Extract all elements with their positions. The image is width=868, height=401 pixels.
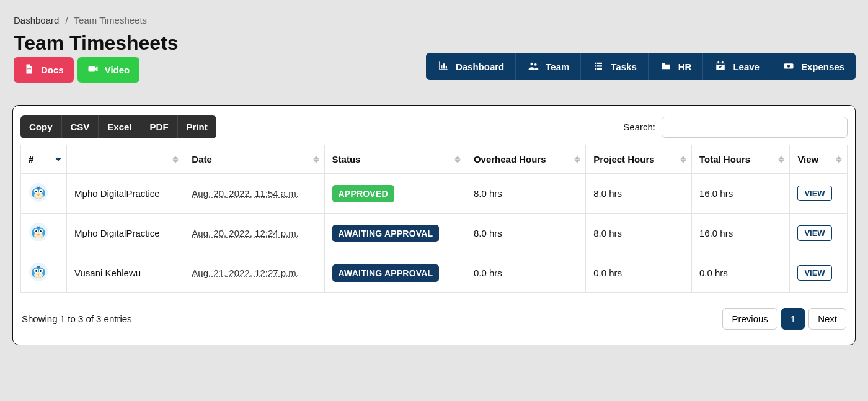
- svg-rect-10: [597, 62, 602, 63]
- svg-point-41: [40, 270, 42, 272]
- svg-point-27: [40, 191, 42, 192]
- table-row: Mpho DigitalPracticeAug. 20, 2022, 11:54…: [21, 174, 848, 214]
- sort-icon: [680, 156, 686, 163]
- cell-overhead: 0.0 hrs: [466, 253, 585, 293]
- list-icon: [592, 60, 604, 73]
- nav-label: Expenses: [801, 61, 844, 72]
- svg-point-8: [534, 63, 537, 65]
- nav-team[interactable]: Team: [516, 53, 581, 80]
- svg-rect-2: [27, 71, 30, 71]
- document-icon: [24, 63, 35, 76]
- copy-button[interactable]: Copy: [20, 115, 62, 138]
- cell-total: 0.0 hrs: [691, 253, 789, 293]
- cell-total: 16.0 hrs: [691, 214, 789, 253]
- nav-tasks[interactable]: Tasks: [581, 53, 648, 80]
- svg-rect-3: [88, 66, 95, 72]
- status-badge: APPROVED: [332, 185, 394, 202]
- pdf-button[interactable]: PDF: [141, 115, 178, 138]
- svg-point-40: [35, 270, 37, 272]
- status-badge: AWAITING APPROVAL: [332, 225, 440, 242]
- avatar: [29, 182, 48, 202]
- docs-button-label: Docs: [41, 65, 64, 75]
- svg-point-20: [787, 65, 790, 68]
- chart-icon: [437, 60, 450, 73]
- svg-rect-5: [443, 63, 445, 68]
- team-icon: [527, 60, 539, 73]
- breadcrumb-sep: /: [65, 15, 68, 25]
- nav-label: Dashboard: [456, 61, 504, 72]
- date-link[interactable]: Aug. 20, 2022, 12:24 p.m.: [192, 228, 299, 238]
- nav-label: Tasks: [611, 61, 636, 72]
- date-link[interactable]: Aug. 20, 2022, 11:54 a.m.: [192, 188, 299, 199]
- avatar: [29, 222, 48, 242]
- svg-point-7: [531, 62, 534, 65]
- table-row: Vusani KehlewuAug. 21, 2022, 12:27 p.m.A…: [21, 253, 848, 293]
- cell-project: 8.0 hrs: [586, 174, 692, 214]
- folder-icon: [660, 60, 672, 73]
- view-button[interactable]: VIEW: [797, 186, 831, 201]
- svg-rect-14: [597, 68, 602, 69]
- nav-label: Team: [546, 61, 569, 72]
- video-button-label: Video: [105, 65, 130, 75]
- docs-button[interactable]: Docs: [14, 57, 74, 83]
- breadcrumb: Dashboard / Team Timesheets: [12, 10, 856, 30]
- nav-label: HR: [678, 61, 692, 72]
- nav-hr[interactable]: HR: [649, 53, 704, 80]
- search-input[interactable]: [662, 117, 848, 138]
- print-button[interactable]: Print: [178, 115, 216, 138]
- col-status[interactable]: Status: [324, 145, 466, 174]
- col-date[interactable]: Date: [184, 145, 324, 174]
- cell-overhead: 8.0 hrs: [466, 214, 585, 253]
- pager-next[interactable]: Next: [808, 308, 846, 330]
- sort-icon: [778, 156, 784, 163]
- cell-overhead: 8.0 hrs: [466, 174, 585, 214]
- avatar: [29, 262, 48, 282]
- svg-rect-16: [717, 62, 725, 65]
- col-total[interactable]: Total Hours: [691, 145, 789, 174]
- view-button[interactable]: VIEW: [797, 265, 831, 281]
- nav-leave[interactable]: Leave: [703, 53, 771, 80]
- video-button[interactable]: Video: [78, 57, 140, 83]
- cell-name: Mpho DigitalPractice: [67, 214, 184, 253]
- pager: Previous 1 Next: [722, 308, 846, 330]
- date-link[interactable]: Aug. 21, 2022, 12:27 p.m.: [192, 268, 299, 278]
- nav-expenses[interactable]: Expenses: [771, 53, 856, 80]
- col-overhead[interactable]: Overhead Hours: [466, 145, 585, 174]
- search-label: Search:: [623, 122, 655, 132]
- col-name[interactable]: [67, 145, 184, 174]
- svg-rect-11: [595, 65, 596, 66]
- svg-rect-13: [595, 68, 596, 69]
- svg-rect-4: [441, 65, 442, 68]
- page-title: Team Timesheets: [14, 32, 179, 55]
- svg-point-34: [40, 230, 42, 232]
- cell-project: 0.0 hrs: [586, 253, 692, 293]
- col-index[interactable]: #: [21, 145, 67, 174]
- svg-point-33: [35, 230, 37, 232]
- cell-project: 8.0 hrs: [586, 214, 692, 253]
- entries-info: Showing 1 to 3 of 3 entries: [22, 313, 132, 324]
- status-badge: AWAITING APPROVAL: [332, 264, 440, 282]
- breadcrumb-current: Team Timesheets: [74, 15, 148, 25]
- col-project[interactable]: Project Hours: [586, 145, 692, 174]
- sort-icon: [836, 156, 842, 163]
- svg-rect-1: [27, 70, 31, 70]
- table-row: Mpho DigitalPracticeAug. 20, 2022, 12:24…: [21, 214, 848, 253]
- pager-page-1[interactable]: 1: [781, 308, 805, 330]
- video-icon: [87, 63, 99, 76]
- nav-dashboard[interactable]: Dashboard: [426, 53, 516, 80]
- excel-button[interactable]: Excel: [99, 115, 141, 138]
- svg-rect-0: [27, 68, 31, 69]
- sort-icon: [313, 156, 319, 163]
- svg-rect-17: [718, 61, 719, 63]
- money-icon: [782, 60, 795, 73]
- col-view[interactable]: View: [790, 145, 848, 174]
- pager-previous[interactable]: Previous: [722, 308, 777, 330]
- view-button[interactable]: VIEW: [797, 225, 831, 241]
- sort-icon: [172, 156, 179, 163]
- timesheet-table: # Date Status: [20, 145, 848, 293]
- svg-rect-9: [595, 62, 596, 63]
- breadcrumb-root-link[interactable]: Dashboard: [14, 15, 59, 25]
- calendar-icon: [714, 60, 727, 73]
- svg-rect-12: [597, 65, 602, 66]
- csv-button[interactable]: CSV: [62, 115, 99, 138]
